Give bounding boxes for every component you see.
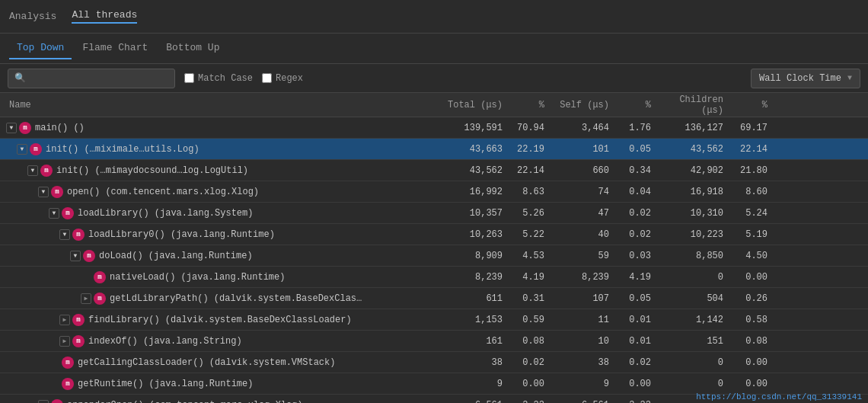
method-name: getRuntime() (java.lang.Runtime) — [78, 379, 253, 389]
cell-pct2: 0.34 — [615, 165, 657, 176]
method-name: getLdLibraryPath() (dalvik.system.BaseDe… — [110, 293, 362, 304]
cell-total: 139,591 — [440, 123, 509, 133]
cell-pct2: 0.05 — [615, 293, 657, 304]
cell-total: 43,562 — [440, 165, 509, 176]
method-icon: m — [40, 165, 53, 177]
table-row[interactable]: ▼mloadLibrary0() (java.lang.Runtime)10,2… — [0, 224, 868, 245]
cell-self: 59 — [550, 251, 615, 261]
cell-children: 43,562 — [657, 144, 729, 155]
cell-pct2: 4.19 — [615, 272, 657, 283]
cell-pct1: 5.26 — [509, 208, 550, 219]
expand-btn[interactable]: ▶ — [38, 400, 49, 404]
table-row[interactable]: ▶mindexOf() (java.lang.String)1610.08100… — [0, 331, 868, 352]
cell-pct3: 5.24 — [729, 208, 767, 219]
method-icon: m — [19, 122, 31, 134]
cell-pct3: 0.08 — [729, 336, 767, 347]
header-pct1: % — [509, 100, 550, 110]
method-name: main() () — [35, 123, 85, 133]
cell-pct3: 0.00 — [729, 357, 767, 368]
cell-total: 10,263 — [440, 229, 509, 240]
cell-pct3: 0.00 — [729, 379, 767, 389]
regex-label[interactable]: Regex — [262, 73, 303, 84]
analysis-label: Analysis — [9, 11, 56, 22]
table-row[interactable]: ▼mloadLibrary() (java.lang.System)10,357… — [0, 203, 868, 224]
cell-pct2: 0.02 — [615, 229, 657, 240]
cell-self: 6,561 — [550, 400, 615, 404]
table-row[interactable]: ▶mfindLibrary() (dalvik.system.BaseDexCl… — [0, 309, 868, 331]
wallclock-dropdown[interactable]: Wall Clock Time ▼ — [751, 69, 860, 88]
expand-btn[interactable]: ▶ — [59, 315, 70, 325]
method-icon: m — [62, 357, 74, 369]
expand-btn[interactable]: ▼ — [38, 187, 49, 197]
cell-pct2: 0.02 — [615, 208, 657, 219]
cell-total: 611 — [440, 293, 509, 304]
tab-topdown[interactable]: Top Down — [9, 37, 72, 59]
table-row[interactable]: ▼mmain() ()139,59170.943,4641.76136,1276… — [0, 117, 868, 139]
matchcase-label[interactable]: Match Case — [184, 73, 253, 84]
expand-btn[interactable]: ▼ — [49, 208, 59, 219]
cell-pct2: 0.01 — [615, 336, 657, 347]
search-box[interactable]: 🔍 — [8, 69, 175, 88]
expand-btn[interactable]: ▶ — [59, 336, 70, 347]
cell-children: 10,310 — [657, 208, 729, 219]
chevron-down-icon: ▼ — [847, 74, 852, 82]
expand-btn[interactable]: ▼ — [27, 165, 38, 176]
method-icon: m — [62, 207, 74, 219]
cell-pct3: 22.14 — [729, 144, 767, 155]
cell-pct3: 8.60 — [729, 187, 767, 197]
table-row[interactable]: ▼mopen() (com.tencent.mars.xlog.Xlog)16,… — [0, 181, 868, 203]
allthreads-tab[interactable]: All threads — [72, 9, 137, 24]
cell-pct1: 0.59 — [509, 315, 550, 325]
cell-total: 1,153 — [440, 315, 509, 325]
table-row[interactable]: mgetCallingClassLoader() (dalvik.system.… — [0, 352, 868, 373]
expand-btn[interactable]: ▼ — [6, 123, 17, 133]
cell-pct3: 0.00 — [729, 272, 767, 283]
cell-self: 74 — [550, 187, 615, 197]
filter-row: 🔍 Match Case Regex Wall Clock Time ▼ — [0, 64, 868, 93]
method-name: loadLibrary() (java.lang.System) — [78, 208, 253, 219]
search-input[interactable] — [30, 73, 160, 84]
table-row[interactable]: ▼mdoLoad() (java.lang.Runtime)8,9094.535… — [0, 245, 868, 267]
cell-total: 43,663 — [440, 144, 509, 155]
tab-flamechart[interactable]: Flame Chart — [75, 37, 155, 59]
cell-self: 9 — [550, 379, 615, 389]
cell-pct1: 0.02 — [509, 357, 550, 368]
cell-children: 16,918 — [657, 187, 729, 197]
method-name: init() (…mimaydocsound…log.LogUtil) — [56, 165, 248, 176]
cell-pct1: 4.19 — [509, 272, 550, 283]
cell-pct1: 4.53 — [509, 251, 550, 261]
table-row[interactable]: ▶mgetLdLibraryPath() (dalvik.system.Base… — [0, 288, 868, 309]
method-icon: m — [72, 335, 85, 347]
cell-pct3: 0.26 — [729, 293, 767, 304]
cell-pct3: 0.58 — [729, 315, 767, 325]
cell-total: 6,561 — [440, 400, 509, 404]
cell-pct2: 0.03 — [615, 251, 657, 261]
cell-pct2: 1.76 — [615, 123, 657, 133]
expand-btn[interactable]: ▼ — [59, 229, 70, 240]
table-row[interactable]: mnativeLoad() (java.lang.Runtime)8,2394.… — [0, 267, 868, 288]
top-bar: Analysis All threads — [0, 0, 868, 34]
table-header: Name Total (μs) % Self (μs) % Children (… — [0, 93, 868, 117]
expand-btn[interactable]: ▼ — [17, 144, 27, 155]
expand-btn[interactable]: ▼ — [70, 251, 81, 261]
table-row[interactable]: ▼minit() (…mimaydocsound…log.LogUtil)43,… — [0, 160, 868, 181]
tab-bottomup[interactable]: Bottom Up — [158, 37, 227, 59]
table-row[interactable]: ▼minit() (…miximale…utils.Log)43,66322.1… — [0, 139, 868, 160]
tab-row: Top Down Flame Chart Bottom Up — [0, 34, 868, 64]
cell-pct2: 0.04 — [615, 187, 657, 197]
cell-pct3: 4.50 — [729, 251, 767, 261]
cell-children: 0 — [657, 272, 729, 283]
header-self: Self (μs) — [550, 100, 615, 110]
cell-children: 8,850 — [657, 251, 729, 261]
cell-pct1: 5.22 — [509, 229, 550, 240]
status-url: https://blog.csdn.net/qq_31339141 — [696, 392, 862, 401]
header-pct3: % — [729, 100, 767, 110]
matchcase-checkbox[interactable] — [184, 73, 194, 83]
cell-total: 8,909 — [440, 251, 509, 261]
cell-pct2: 0.05 — [615, 144, 657, 155]
cell-pct1: 22.19 — [509, 144, 550, 155]
cell-total: 161 — [440, 336, 509, 347]
expand-btn[interactable]: ▶ — [81, 293, 91, 304]
regex-checkbox[interactable] — [262, 73, 272, 83]
cell-total: 38 — [440, 357, 509, 368]
